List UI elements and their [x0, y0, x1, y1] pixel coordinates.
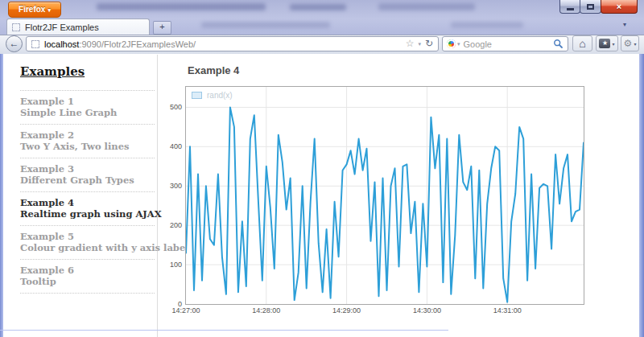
- bookmarks-menu-button[interactable]: ★ ▾: [596, 35, 618, 51]
- background-blur: [201, 22, 330, 28]
- taskbar-sliver: [0, 330, 448, 337]
- minimize-button[interactable]: [559, 0, 580, 14]
- sidebar-item-example-4[interactable]: Example 4Realtime graph using AJAX: [20, 191, 155, 225]
- addon-button[interactable]: ⚙ ▾: [621, 35, 639, 51]
- back-arrow-icon: ←: [10, 38, 19, 49]
- sidebar-heading: Examples: [20, 64, 155, 79]
- google-logo-icon[interactable]: [447, 39, 456, 48]
- window-border-right: [639, 54, 644, 337]
- chart-plot-area: [186, 87, 584, 304]
- chart-legend: rand(x): [192, 91, 233, 100]
- background-blur: [97, 3, 266, 10]
- firefox-menu-label: Firefox: [19, 5, 45, 14]
- example-title: Example 1: [20, 96, 155, 107]
- close-button[interactable]: ×: [601, 0, 638, 14]
- page-title: Example 4: [188, 64, 239, 76]
- bookmark-star-icon[interactable]: ☆: [406, 37, 415, 51]
- minimize-icon: [567, 8, 574, 10]
- x-tick-label: 14:31:00: [493, 306, 522, 314]
- firefox-menu-button[interactable]: Firefox▾: [8, 2, 61, 18]
- search-engine-dropdown-icon[interactable]: ▾: [457, 41, 460, 47]
- legend-swatch: [192, 92, 202, 99]
- example-title: Example 3: [20, 163, 155, 175]
- y-tick-label: 400: [158, 142, 182, 150]
- home-icon: ⌂: [579, 37, 585, 50]
- url-path: :9090/Flotr2JFExamplesWeb/: [79, 39, 196, 49]
- legend-label: rand(x): [207, 91, 233, 100]
- chevron-down-icon: ▾: [612, 41, 614, 47]
- sidebar-item-example-1[interactable]: Example 1Simple Line Graph: [20, 90, 155, 124]
- addon-icon: ⚙: [624, 38, 633, 49]
- chevron-down-icon: ▾: [47, 7, 51, 13]
- back-button[interactable]: ←: [6, 35, 23, 52]
- example-subtitle: Two Y Axis, Two lines: [20, 141, 155, 152]
- y-tick-label: 500: [158, 103, 182, 111]
- x-tick-label: 14:29:00: [332, 306, 361, 314]
- x-tick-label: 14:27:00: [171, 306, 200, 314]
- example-subtitle: Tooltip: [20, 276, 155, 287]
- browser-tab[interactable]: Flotr2JF Examples: [6, 18, 150, 35]
- bookmarks-star-icon: ★: [599, 39, 610, 48]
- y-tick-label: 200: [158, 221, 182, 229]
- window-controls: ×: [560, 0, 638, 14]
- sidebar-divider: [157, 55, 158, 337]
- sidebar-item-example-6[interactable]: Example 6Tooltip: [20, 259, 155, 294]
- y-tick-label: 300: [158, 182, 182, 190]
- list-all-tabs-icon[interactable]: ▾: [623, 21, 626, 28]
- sidebar-item-example-3[interactable]: Example 3Different Graph Types: [20, 158, 155, 191]
- example-subtitle: Simple Line Graph: [20, 107, 155, 118]
- close-icon: ×: [617, 2, 621, 11]
- url-host: localhost: [44, 39, 79, 49]
- maximize-icon: [587, 4, 594, 10]
- sidebar-item-example-2[interactable]: Example 2Two Y Axis, Two lines: [20, 124, 155, 158]
- maximize-button[interactable]: [580, 0, 601, 14]
- example-title: Example 4: [20, 197, 155, 208]
- x-tick-label: 14:28:00: [252, 306, 280, 314]
- url-bar[interactable]: localhost:9090/Flotr2JFExamplesWeb/ ☆ ▾ …: [26, 36, 439, 51]
- home-button[interactable]: ⌂: [572, 35, 592, 51]
- new-tab-button[interactable]: +: [153, 21, 171, 35]
- site-favicon-placeholder-icon: [31, 40, 39, 48]
- favicon-placeholder-icon: [12, 23, 20, 31]
- realtime-chart: rand(x) 0100200300400500 14:27:0014:28:0…: [185, 86, 584, 305]
- examples-list: Example 1Simple Line GraphExample 2Two Y…: [20, 90, 155, 294]
- search-input[interactable]: Google: [464, 39, 553, 49]
- urlbar-dropdown-icon[interactable]: ▾: [418, 37, 421, 51]
- example-title: Example 2: [20, 129, 155, 141]
- example-subtitle: Colour gradient with y axis label: [20, 242, 155, 253]
- reload-icon[interactable]: ↻: [425, 37, 433, 51]
- search-box[interactable]: ▾ Google: [442, 36, 568, 51]
- tab-title: Flotr2JF Examples: [25, 23, 99, 32]
- example-subtitle: Different Graph Types: [20, 175, 155, 186]
- chevron-down-icon: ▾: [634, 41, 636, 47]
- background-blur: [451, 22, 523, 28]
- window-border-left: [0, 54, 3, 337]
- url-text[interactable]: localhost:9090/Flotr2JFExamplesWeb/: [44, 39, 402, 49]
- example-title: Example 6: [20, 265, 155, 276]
- example-subtitle: Realtime graph using AJAX: [20, 208, 155, 220]
- y-tick-label: 100: [158, 261, 182, 269]
- x-tick-label: 14:30:00: [413, 306, 441, 314]
- examples-sidebar: Examples Example 1Simple Line GraphExamp…: [20, 64, 155, 294]
- search-magnifier-icon[interactable]: [553, 39, 564, 49]
- example-title: Example 5: [20, 231, 155, 242]
- sidebar-item-example-5[interactable]: Example 5Colour gradient with y axis lab…: [20, 225, 155, 259]
- background-blur: [290, 4, 346, 10]
- background-blur: [378, 3, 475, 10]
